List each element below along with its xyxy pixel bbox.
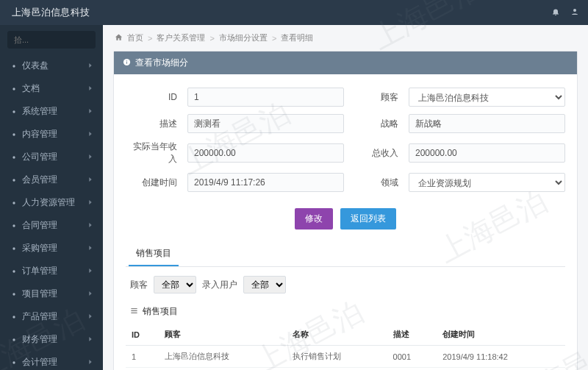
- svg-rect-22: [131, 312, 137, 313]
- svg-point-1: [12, 65, 15, 67]
- search-input[interactable]: [7, 31, 96, 49]
- chevron-right-icon: [87, 266, 94, 277]
- sidebar-item-label: 系统管理: [22, 105, 57, 118]
- sidebar-item[interactable]: 产品管理: [0, 305, 103, 328]
- sidebar-item-label: 会计管理: [22, 356, 57, 369]
- chevron-right-icon: [87, 357, 94, 368]
- info-icon: [123, 58, 131, 68]
- table-cell: 2: [126, 368, 159, 371]
- sidebar-item-label: 项目管理: [22, 288, 57, 300]
- home-icon[interactable]: [115, 33, 123, 43]
- back-button[interactable]: 返回列表: [340, 208, 396, 230]
- sidebar-item[interactable]: 人力资源管理: [0, 191, 103, 214]
- label-annual: 实际当年收入: [126, 140, 177, 166]
- notifications-icon[interactable]: [551, 7, 560, 18]
- col-header[interactable]: 名称: [287, 324, 387, 346]
- sidebar-item[interactable]: 订单管理: [0, 260, 103, 282]
- table-cell: 执行销售2: [287, 368, 387, 371]
- chevron-right-icon: [87, 84, 94, 94]
- col-header[interactable]: 顾客: [159, 324, 287, 346]
- filter-user-label: 录入用户: [202, 279, 237, 291]
- field-created: [187, 173, 344, 192]
- sidebar-item[interactable]: 系统管理: [0, 100, 103, 123]
- filter-row: 顾客 全部 录入用户 全部: [126, 276, 565, 299]
- crumb-home[interactable]: 首页: [127, 32, 143, 43]
- sidebar-item-label: 财务管理: [22, 333, 57, 346]
- sidebar-item-label: 采购管理: [22, 242, 57, 255]
- field-domain[interactable]: 企业资源规划: [409, 173, 565, 192]
- tab-sales-project[interactable]: 销售项目: [129, 243, 179, 266]
- crumb-sep: >: [148, 34, 152, 43]
- field-annual: [187, 143, 344, 163]
- label-domain: 领域: [354, 177, 398, 189]
- chevron-right-icon: [87, 129, 94, 140]
- svg-point-0: [573, 9, 576, 12]
- col-header[interactable]: ID: [126, 324, 159, 346]
- sidebar-item-label: 人力资源管理: [22, 196, 75, 209]
- detail-form: ID 顾客 上海邑泊信息科技 描述 战略 实际当年收入 总收入 创建时间 领域 …: [126, 88, 565, 192]
- sales-table: ID顾客名称描述创建时间 1上海邑泊信息科技执行销售计划00012019/4/9…: [126, 324, 565, 370]
- chevron-right-icon: [87, 175, 94, 185]
- crumb-c: 查看明细: [281, 32, 313, 43]
- field-id: [187, 88, 344, 107]
- sidebar-item[interactable]: 采购管理: [0, 237, 103, 260]
- brand-text: 上海邑泊信息科技: [0, 6, 101, 19]
- table-cell: 2019/4/9 11:18:55: [437, 368, 565, 371]
- sidebar-item[interactable]: 文档: [0, 77, 103, 100]
- label-id: ID: [126, 92, 177, 102]
- table-cell: 1: [126, 346, 159, 368]
- sub-header: 销售项目: [126, 299, 565, 324]
- sidebar-item-label: 合同管理: [22, 219, 57, 232]
- col-header[interactable]: 创建时间: [437, 324, 565, 346]
- svg-point-9: [12, 247, 15, 249]
- filter-user[interactable]: 全部: [243, 276, 286, 293]
- svg-point-6: [12, 179, 15, 181]
- table-row[interactable]: 2上海邑泊信息科技执行销售22019/4/9 11:18:55: [126, 368, 565, 371]
- chevron-right-icon: [87, 61, 94, 71]
- field-customer[interactable]: 上海邑泊信息科技: [409, 88, 565, 107]
- table-cell: 上海邑泊信息科技: [159, 368, 287, 371]
- label-strategy: 战略: [354, 118, 398, 130]
- main-content: 首页 > 客户关系管理 > 市场细分设置 > 查看明细 查看市场细分 ID 顾客…: [103, 25, 588, 370]
- breadcrumb: 首页 > 客户关系管理 > 市场细分设置 > 查看明细: [103, 25, 588, 51]
- sidebar-item[interactable]: 会员管理: [0, 168, 103, 191]
- col-header[interactable]: 描述: [387, 324, 437, 346]
- svg-point-5: [12, 156, 15, 158]
- crumb-sep: >: [272, 34, 276, 43]
- sidebar-item[interactable]: 公司管理: [0, 146, 103, 168]
- label-customer: 顾客: [354, 91, 398, 104]
- sidebar-item-label: 会员管理: [22, 174, 57, 186]
- sidebar-item[interactable]: 会计管理: [0, 351, 103, 370]
- topbar-actions: [551, 7, 588, 18]
- table-cell: [387, 368, 437, 371]
- sidebar-item[interactable]: 仪表盘: [0, 54, 103, 77]
- sidebar-item-label: 订单管理: [22, 265, 57, 277]
- sidebar-item[interactable]: 项目管理: [0, 282, 103, 305]
- sidebar-item[interactable]: 内容管理: [0, 123, 103, 146]
- sidebar-item[interactable]: 合同管理: [0, 214, 103, 237]
- sidebar-item-label: 产品管理: [22, 310, 57, 323]
- svg-point-11: [12, 293, 15, 295]
- edit-button[interactable]: 修改: [295, 208, 333, 230]
- crumb-b[interactable]: 市场细分设置: [219, 32, 268, 43]
- user-icon[interactable]: [570, 7, 579, 18]
- svg-point-10: [12, 270, 15, 272]
- svg-rect-20: [131, 308, 137, 309]
- field-strategy: [409, 114, 565, 133]
- sidebar: 仪表盘文档系统管理内容管理公司管理会员管理人力资源管理合同管理采购管理订单管理项…: [0, 25, 103, 370]
- filter-customer-label: 顾客: [130, 279, 148, 291]
- sidebar-item-label: 仪表盘: [22, 60, 49, 72]
- filter-customer[interactable]: 全部: [154, 276, 196, 293]
- table-cell: 上海邑泊信息科技: [159, 346, 287, 368]
- label-total: 总收入: [354, 147, 398, 160]
- sidebar-item[interactable]: 财务管理: [0, 328, 103, 351]
- list-icon: [130, 307, 138, 317]
- crumb-a[interactable]: 客户关系管理: [157, 32, 205, 43]
- crumb-sep: >: [209, 34, 214, 43]
- svg-point-4: [12, 133, 15, 135]
- chevron-right-icon: [87, 243, 94, 254]
- sidebar-item-label: 公司管理: [22, 151, 57, 163]
- svg-point-13: [12, 338, 15, 341]
- svg-point-2: [12, 88, 15, 90]
- table-row[interactable]: 1上海邑泊信息科技执行销售计划00012019/4/9 11:18:42: [126, 346, 565, 368]
